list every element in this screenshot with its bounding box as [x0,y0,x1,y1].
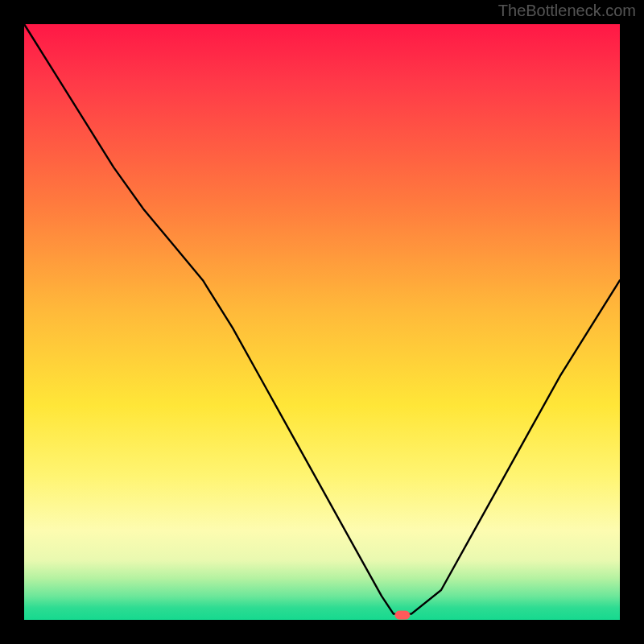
chart-frame: TheBottleneck.com [0,0,644,644]
watermark-text: TheBottleneck.com [498,2,636,20]
plot-area [24,24,620,620]
bottleneck-curve [24,24,620,614]
optimal-point-marker [395,611,410,619]
curve-svg [24,24,620,620]
